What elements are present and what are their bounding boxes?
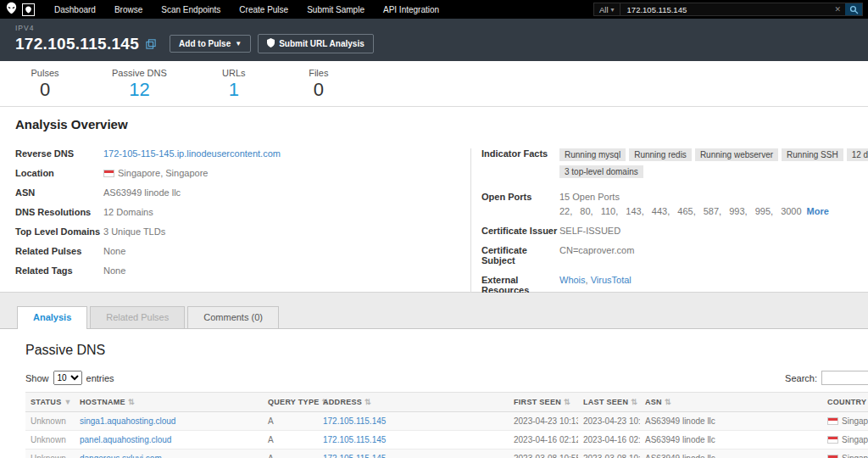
column-header-first-seen[interactable]: FIRST SEEN⇅	[509, 393, 578, 412]
add-to-pulse-button[interactable]: Add to Pulse ▼	[170, 35, 251, 53]
sort-icon[interactable]: ⇅	[631, 398, 637, 406]
filter-icon[interactable]: ▼	[64, 398, 71, 406]
indicator-facts-row: Indicator Facts Running mysqlRunning red…	[481, 148, 868, 182]
address-cell-link[interactable]: 172.105.115.145	[323, 435, 386, 444]
hostname-cell: dangerous.sxluyi.com	[75, 450, 263, 458]
first-seen-cell: 2023-04-16 02:12	[509, 431, 578, 450]
alien-logo-icon	[5, 2, 18, 18]
address-cell-link[interactable]: 172.105.115.145	[323, 454, 386, 458]
overview-right: Indicator Facts Running mysqlRunning red…	[470, 148, 868, 304]
fact-badge[interactable]: Running SSH	[782, 148, 843, 161]
nav-item-scan-endpoints[interactable]: Scan Endpoints	[152, 5, 230, 14]
address-cell-link[interactable]: 172.105.115.145	[323, 416, 386, 426]
fact-badge[interactable]: 12 domains resolved in a	[847, 148, 868, 161]
field-label: DNS Resolutions	[15, 207, 103, 217]
asn-cell: AS63949 linode llc	[640, 412, 822, 431]
column-header-hostname[interactable]: HOSTNAME⇅	[75, 393, 263, 412]
global-search-input[interactable]: All ▾ 172.105.115.145 ✕	[593, 3, 863, 16]
passive-dns-title: Passive DNS	[25, 343, 868, 358]
table-row: Unknownpanel.aquahosting.cloudA172.105.1…	[25, 431, 868, 450]
field-label: Certificate Issuer	[481, 226, 559, 236]
column-header-asn[interactable]: ASN⇅	[640, 393, 822, 412]
field-label: Indicator Facts	[481, 148, 559, 159]
tab-analysis[interactable]: Analysis	[17, 306, 87, 329]
pdns-body: Unknownsinga1.aquahosting.cloudA172.105.…	[25, 412, 868, 458]
search-icon[interactable]	[845, 3, 862, 15]
add-to-pulse-label: Add to Pulse	[179, 39, 231, 48]
page-size-select[interactable]: 10	[53, 371, 82, 385]
column-label: LAST SEEN	[583, 398, 628, 406]
nav-item-dashboard[interactable]: Dashboard	[45, 5, 105, 14]
analysis-overview: Analysis Overview Reverse DNS172-105-115…	[0, 107, 868, 293]
otx-logo[interactable]	[0, 2, 45, 18]
stat-value: 0	[301, 79, 337, 101]
country-name: Singapore	[842, 454, 868, 458]
tab-related-pulses[interactable]: Related Pulses	[90, 306, 185, 328]
sort-icon[interactable]: ⇅	[364, 398, 371, 406]
fact-badge[interactable]: 3 top-level domains	[559, 165, 643, 178]
table-search-input[interactable]	[821, 371, 868, 385]
column-header-last-seen[interactable]: LAST SEEN⇅	[578, 393, 640, 412]
stat-label: Passive DNS	[112, 68, 167, 78]
clear-search-icon[interactable]: ✕	[830, 5, 845, 14]
hostname-cell-link[interactable]: dangerous.sxluyi.com	[80, 454, 162, 458]
nav-item-api-integration[interactable]: API Integration	[374, 5, 448, 14]
column-label: ADDRESS	[323, 398, 362, 406]
show-label: Show	[25, 373, 49, 383]
stat-value[interactable]: 1	[216, 79, 252, 101]
sort-icon[interactable]: ⇅	[564, 398, 570, 406]
status-cell: Unknown	[25, 450, 75, 458]
nav-item-submit-sample[interactable]: Submit Sample	[298, 5, 374, 14]
column-header-status[interactable]: STATUS▼	[25, 393, 75, 412]
field-link[interactable]: 172-105-115-145.ip.linodeusercontent.com	[103, 148, 281, 159]
overview-row-top-level-domains: Top Level Domains3 Unique TLDs	[15, 226, 470, 237]
search-filter-dropdown[interactable]: All ▾	[594, 3, 620, 15]
field-value: None	[103, 265, 125, 276]
facts-badges-line2: 3 top-level domains	[559, 165, 868, 178]
fact-badge[interactable]: Running mysql	[559, 148, 626, 161]
sort-icon[interactable]: ⇅	[665, 398, 671, 406]
column-label: STATUS	[31, 398, 61, 406]
last-seen-cell: 2023-04-23 10:13	[578, 412, 640, 431]
hostname-cell-link[interactable]: singa1.aquahosting.cloud	[80, 416, 175, 426]
facts-badges-line1: Running mysqlRunning redisRunning webser…	[559, 148, 868, 161]
column-header-country[interactable]: COUNTRY⇅	[822, 393, 868, 412]
external-link-virustotal[interactable]: VirusTotal	[591, 275, 632, 285]
fact-badge[interactable]: Running redis	[629, 148, 692, 161]
hostname-cell: singa1.aquahosting.cloud	[75, 412, 263, 431]
sort-icon[interactable]: ⇅	[128, 398, 135, 406]
shield-icon	[267, 38, 275, 49]
column-header-address[interactable]: ADDRESS⇅	[318, 393, 509, 412]
column-label: QUERY TYPE	[268, 398, 320, 406]
indicator-type-label: IPV4	[15, 24, 868, 32]
more-ports-link[interactable]: More	[807, 206, 829, 216]
field-label: ASN	[15, 187, 103, 198]
status-cell: Unknown	[25, 412, 75, 431]
overview-left: Reverse DNS172-105-115-145.ip.linodeuser…	[15, 148, 470, 304]
stat-label: URLs	[216, 68, 252, 78]
overview-row-location: LocationSingapore, Singapore	[15, 168, 470, 178]
copy-indicator-icon[interactable]	[146, 37, 156, 53]
nav-item-create-pulse[interactable]: Create Pulse	[230, 5, 298, 14]
fact-badge[interactable]: Running webserver	[695, 148, 778, 161]
column-header-query-type[interactable]: QUERY TYPE⇅	[263, 393, 318, 412]
country-name: Singapore	[842, 435, 868, 444]
column-label: HOSTNAME	[80, 398, 125, 406]
overview-row-related-tags: Related TagsNone	[15, 265, 470, 276]
nav-item-browse[interactable]: Browse	[105, 5, 152, 14]
column-label: FIRST SEEN	[514, 398, 561, 406]
hostname-cell-link[interactable]: panel.aquahosting.cloud	[80, 435, 171, 444]
submit-url-analysis-button[interactable]: Submit URL Analysis	[258, 34, 374, 53]
open-ports-row: Open Ports 15 Open Ports 22, 80, 110, 14…	[481, 192, 868, 216]
search-query-text: 172.105.115.145	[620, 5, 831, 14]
passive-dns-table: STATUS▼HOSTNAME⇅QUERY TYPE⇅ADDRESS⇅FIRST…	[25, 392, 868, 458]
external-link-whois[interactable]: Whois	[559, 275, 586, 285]
open-ports-count: 15 Open Ports	[559, 192, 829, 202]
column-label: COUNTRY	[827, 398, 866, 406]
tab-comments-0[interactable]: Comments (0)	[187, 306, 279, 328]
stats-row: Pulses0Passive DNS12URLs1Files0	[0, 61, 868, 107]
field-text: Singapore, Singapore	[118, 168, 208, 178]
top-nav: DashboardBrowseScan EndpointsCreate Puls…	[0, 0, 868, 19]
stat-value[interactable]: 12	[112, 79, 167, 101]
last-seen-cell: 2023-04-16 02:14	[578, 431, 640, 450]
